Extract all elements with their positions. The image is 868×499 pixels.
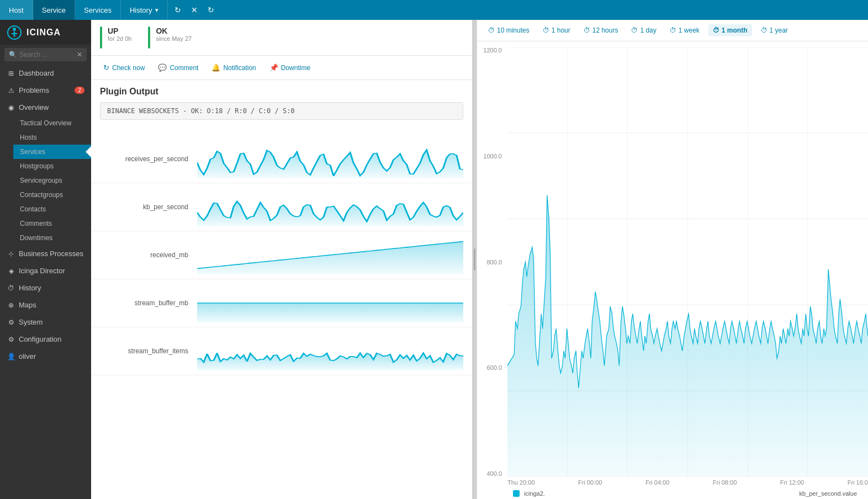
sidebar-item-system[interactable]: ⚙ System [0,314,91,331]
y-axis-label: 1000.0 [479,153,505,160]
main-chart: 1200.01000.0800.0600.0400.0 [477,41,868,499]
sidebar-item-hostgroups[interactable]: Hostgroups [13,159,91,173]
action-buttons: ↻ Check now 💬 Comment 🔔 Notification 📌 D… [91,56,472,80]
sidebar-item-problems[interactable]: ⚠ Problems 2 [0,82,91,99]
downtime-button[interactable]: 📌 Downtime [266,61,314,74]
right-panel: ⏱10 minutes⏱1 hour⏱12 hours⏱1 day⏱1 week… [477,20,868,499]
check-now-icon: ↻ [103,63,109,72]
legend-label: icinga2. [524,490,545,497]
system-icon: ⚙ [7,318,15,326]
nav-refresh-icon[interactable]: ↻ [172,3,183,17]
sidebar-logo: icinga [0,20,91,45]
time-tab-1week[interactable]: ⏱1 week [665,24,704,36]
svg-point-1 [13,28,16,31]
panel-divider[interactable] [472,20,477,499]
up-status-text: UP for 2d 0h [108,26,131,42]
user-icon: 👤 [7,353,15,360]
legend-color-swatch [513,490,520,497]
chart-row-label: kb_per_second [100,203,188,211]
tab-history[interactable]: History ▾ [121,0,168,20]
chart-mini-svg [197,284,463,322]
notification-icon: 🔔 [211,63,220,72]
clock-icon: ⏱ [543,26,549,34]
svg-marker-6 [197,242,463,274]
time-tab-10min[interactable]: ⏱10 minutes [484,24,534,36]
sidebar-item-hosts[interactable]: Hosts [13,130,91,145]
business-processes-icon: ⊹ [7,250,15,258]
clock-icon: ⏱ [584,26,590,34]
left-panel: UP for 2d 0h OK since May 27 ↻ Check now [91,20,472,499]
chart-mini-svg [197,188,463,226]
sidebar-item-services[interactable]: Services [13,145,91,159]
sidebar-item-servicegroups[interactable]: Servicegroups [13,173,91,188]
tab-host[interactable]: Host [0,0,33,20]
svg-marker-7 [197,303,463,322]
sidebar-item-contacts[interactable]: Contacts [13,202,91,216]
chart-row: stream_buffer_items [91,327,472,375]
sidebar-item-downtimes[interactable]: Downtimes [13,231,91,245]
time-tab-1month[interactable]: ⏱1 month [708,24,752,36]
maps-icon: ⊕ [7,301,15,309]
mini-charts-container: receives_per_second kb_per_second receiv [91,135,472,375]
sidebar-item-business-processes[interactable]: ⊹ Business Processes [0,245,91,262]
sidebar-item-tactical-overview[interactable]: Tactical Overview [13,116,91,130]
chart-row: stream_buffer_mb [91,279,472,327]
sidebar-item-icinga-director[interactable]: ◈ Icinga Director [0,262,91,279]
time-tab-1day[interactable]: ⏱1 day [627,24,660,36]
check-now-button[interactable]: ↻ Check now [100,61,148,74]
notification-button[interactable]: 🔔 Notification [208,61,259,74]
chart-row-label: received_mb [100,251,188,259]
sidebar-item-configuration[interactable]: ⚙ Configuration [0,331,91,348]
ok-since-label: since May 27 [156,35,192,42]
sidebar-item-comments[interactable]: Comments [13,216,91,231]
search-input[interactable] [19,51,77,59]
time-tab-1hour[interactable]: ⏱1 hour [538,24,575,36]
sidebar-search-bar[interactable]: 🔍 ✕ [4,48,87,61]
tab-services[interactable]: Services [75,0,121,20]
comment-button[interactable]: 💬 Comment [155,61,202,74]
x-axis-label: Fri 08:00 [713,479,737,486]
nav-close-icon[interactable]: ✕ [189,3,200,17]
clock-icon: ⏱ [713,26,719,34]
sidebar: icinga 🔍 ✕ ⊞ Dashboard ⚠ Problems 2 ◉ Ov… [0,20,91,499]
icinga-logo-icon [7,25,22,40]
chart-mini-svg [197,140,463,178]
y-axis-label: 400.0 [479,470,505,477]
chart-row: receives_per_second [91,135,472,183]
sidebar-item-maps[interactable]: ⊕ Maps [0,296,91,314]
x-axis-label: Thu 20:00 [507,479,535,486]
plugin-output-text: BINANCE WEBSOCKETS - OK: O:18 / R:0 / C:… [100,102,463,120]
up-status-label: UP [108,26,131,35]
ok-status-text: OK since May 27 [156,26,192,42]
downtime-icon: 📌 [269,63,278,72]
y-axis-label: 600.0 [479,364,505,371]
main-chart-svg [507,47,868,477]
clock-icon: ⏱ [670,26,676,34]
tab-service[interactable]: Service [33,0,75,20]
sidebar-item-user[interactable]: 👤 oliver [0,348,91,365]
nav-reload-icon[interactable]: ↻ [205,3,216,17]
problems-icon: ⚠ [7,87,15,94]
chart-mini-svg [197,332,463,370]
clock-icon: ⏱ [761,26,768,34]
sidebar-item-dashboard[interactable]: ⊞ Dashboard [0,65,91,82]
sidebar-item-history[interactable]: ⏱ History [0,279,91,296]
sidebar-sub-items: Tactical Overview Hosts Services Hostgro… [0,116,91,245]
time-tab-12hours[interactable]: ⏱12 hours [579,24,623,36]
chart-y-axis: 1200.01000.0800.0600.0400.0 [477,41,507,477]
search-clear-icon[interactable]: ✕ [77,51,82,59]
main-layout: icinga 🔍 ✕ ⊞ Dashboard ⚠ Problems 2 ◉ Ov… [0,20,868,499]
content-area: UP for 2d 0h OK since May 27 ↻ Check now [91,20,868,499]
problems-badge: 2 [75,87,84,94]
ok-status-bar [148,26,150,49]
up-duration-label: for 2d 0h [108,35,131,42]
dropdown-icon: ▾ [155,7,158,14]
time-tab-1year[interactable]: ⏱1 year [756,24,792,36]
sidebar-item-contactgroups[interactable]: Contactgroups [13,188,91,202]
icinga-director-icon: ◈ [7,267,15,275]
sidebar-item-overview[interactable]: ◉ Overview [0,99,91,116]
chart-row: received_mb [91,231,472,279]
configuration-icon: ⚙ [7,336,15,343]
history-icon: ⏱ [7,284,15,292]
top-navigation: Host Service Services History ▾ ↻ ✕ ↻ [0,0,868,20]
